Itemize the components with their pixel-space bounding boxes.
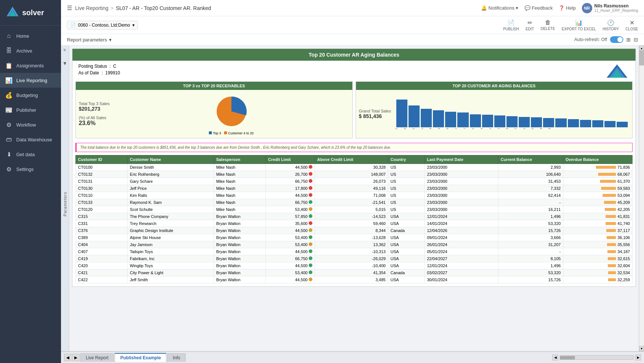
sidebar-item-home[interactable]: ⌂ Home <box>0 28 61 43</box>
sidebar-item-budgeting[interactable]: 💰 Budgeting <box>0 88 61 102</box>
bar-label: Wingtip Toy.. <box>505 128 512 130</box>
breadcrumb-root[interactable]: Live Reporting <box>75 5 108 11</box>
report-params-label: Report parameters <box>67 37 107 43</box>
status-dot <box>309 256 312 260</box>
cell-overdue-balance: 36,106 <box>563 234 632 241</box>
cell-country: US <box>388 164 425 171</box>
edit-icon: ✏ <box>528 19 532 26</box>
menu-icon[interactable]: ☰ <box>67 4 72 11</box>
bar-column <box>617 122 628 127</box>
tab-published-example[interactable]: Published Example <box>115 353 166 362</box>
sidebar-item-settings[interactable]: ⚙ Settings <box>0 162 61 177</box>
bar-label: Graphic De.. <box>471 128 478 130</box>
export-button[interactable]: 📊 EXPORT TO EXCEL <box>562 19 596 31</box>
report-main: Top 20 Customer AR Aging Balances Postin… <box>69 46 639 351</box>
cell-salesperson: Mike Nash <box>214 185 266 192</box>
bar-column <box>568 119 579 127</box>
sidebar-item-get-data[interactable]: ⬇ Get data <box>0 147 61 162</box>
cell-above-credit: 49,116 <box>315 185 388 192</box>
tab-prev-button[interactable]: ◀ <box>64 354 71 361</box>
tab-live-report[interactable]: Live Report <box>80 353 114 362</box>
cell-salesperson: Bryan Walton <box>214 262 266 269</box>
scroll-track[interactable] <box>639 51 644 346</box>
delete-button[interactable]: 🗑 DELETE <box>540 19 555 31</box>
cell-current-balance: 53,320 <box>498 220 563 227</box>
as-of-date-label: As of Date <box>78 70 99 75</box>
params-toggle[interactable]: Report parameters ▾ <box>67 37 112 43</box>
tab-next-button[interactable]: ▶ <box>72 354 79 361</box>
cell-country: US <box>388 206 425 213</box>
sidebar-item-live-reporting[interactable]: 📊 Live Reporting <box>0 73 61 88</box>
bar-fill <box>555 118 566 127</box>
scroll-left-button[interactable]: ◀ <box>552 354 558 360</box>
bar-label: Alpine Ski H.. <box>480 128 487 130</box>
table-icon[interactable]: ⊟ <box>634 37 638 43</box>
col-credit-limit: Credit Limit <box>266 155 315 164</box>
chart1-total-label: Total Top 3 Sales <box>79 101 110 106</box>
chart-pie-box: TOP 3 vs TOP 20 RECEIVABLES Total Top 3 … <box>75 81 353 138</box>
bar-chart: Denise Smi..Eric Rothe..Gary Schar..Jeff… <box>395 98 629 131</box>
table-row: C404 Jay Jamison Bryan Walton 53,400 13,… <box>76 241 633 248</box>
filter-icon: ▼ <box>62 60 68 67</box>
bar-column <box>580 120 591 127</box>
cell-salesperson: Bryan Walton <box>214 269 266 276</box>
report-container: Top 20 Customer AR Aging Balances Postin… <box>72 48 636 287</box>
toggle-thumb <box>617 37 623 42</box>
cell-customer-id: C331 <box>76 220 128 227</box>
sidebar-item-label: Data Warehouse <box>16 137 52 142</box>
sidebar-item-label: Assignments <box>16 63 44 68</box>
scroll-right-button[interactable]: ▶ <box>635 354 641 360</box>
overdue-bar-cell: 61,370 <box>566 179 630 184</box>
bar-label: Raymond K.. <box>446 128 453 130</box>
bar-column <box>433 110 444 127</box>
cell-last-payment: 23/03/2000 <box>424 206 498 213</box>
vertical-scrollbar[interactable]: ▲ ▼ <box>639 46 644 351</box>
publisher-icon: 📰 <box>5 106 13 114</box>
grid-icon[interactable]: ⊞ <box>626 37 631 43</box>
table-row: CT0110 Kim Ralls Mike Nash 44,500 71,008… <box>76 192 633 199</box>
status-dot <box>309 263 312 267</box>
feedback-icon[interactable]: 💬 Feedback <box>525 5 553 11</box>
cell-salesperson: Bryan Walton <box>214 213 266 220</box>
scrollbar-track[interactable] <box>560 355 634 360</box>
cell-salesperson: Mike Nash <box>214 164 266 171</box>
overdue-bar <box>606 222 616 225</box>
chart1-stats: Total Top 3 Sales $201,273 (%) of All Sa… <box>79 101 110 127</box>
cell-salesperson: Mike Nash <box>214 171 266 178</box>
cell-above-credit: -26,029 <box>315 255 388 262</box>
history-button[interactable]: 🕐 HISTORY <box>603 19 619 31</box>
tab-info[interactable]: Info <box>167 353 186 362</box>
publish-button[interactable]: 📄 PUBLISH <box>503 19 519 31</box>
cell-credit-limit: 53,400 <box>266 269 315 276</box>
status-dot <box>309 242 312 246</box>
close-button[interactable]: ✕ CLOSE <box>626 19 638 31</box>
company-selector[interactable]: 📄 0060 - Contoso, Ltd:Demo ▾ <box>67 21 138 30</box>
cell-credit-limit: 66,750 <box>266 178 315 185</box>
overdue-bar <box>606 229 616 232</box>
sidebar-item-data-warehouse[interactable]: 🗃 Data Warehouse <box>0 132 61 147</box>
export-icon: 📊 <box>575 19 583 26</box>
sidebar-item-assignments[interactable]: 📋 Assignments <box>0 58 61 73</box>
edit-button[interactable]: ✏ EDIT <box>526 19 534 31</box>
cell-country: USA <box>388 220 425 227</box>
help-icon[interactable]: ❓ Help <box>559 5 576 11</box>
chart1-title: TOP 3 vs TOP 20 RECEIVABLES <box>76 82 352 90</box>
bell-icon[interactable]: 🔔 Notifications ▾ <box>481 5 518 11</box>
autorefresh-toggle[interactable] <box>610 36 623 43</box>
sidebar-item-workflow[interactable]: ⚙ Workflow <box>0 117 61 132</box>
scroll-down-button[interactable]: ▼ <box>639 346 644 351</box>
bar-label: The Phone.. <box>454 128 461 130</box>
side-panel[interactable]: » ▼ Parameters <box>61 46 69 351</box>
cell-customer-name: The Phone Company <box>128 213 214 220</box>
col-last-payment: Last Payment Date <box>424 155 498 164</box>
overdue-bar <box>606 215 616 218</box>
cell-country: US <box>388 185 425 192</box>
scroll-up-button[interactable]: ▲ <box>639 46 644 51</box>
sidebar-item-archive[interactable]: 🗄 Archive <box>0 43 61 58</box>
cell-customer-id: C407 <box>76 248 128 255</box>
col-salesperson: Salesperson <box>214 155 266 164</box>
table-row: CT0131 Gary Schare Mike Nash 66,750 26,0… <box>76 178 633 185</box>
cell-credit-limit: 44,500 <box>266 248 315 255</box>
user-info[interactable]: NR Nils Rasmussen 11_Huser_ERP_Reporting <box>582 3 638 13</box>
sidebar-item-publisher[interactable]: 📰 Publisher <box>0 102 61 117</box>
